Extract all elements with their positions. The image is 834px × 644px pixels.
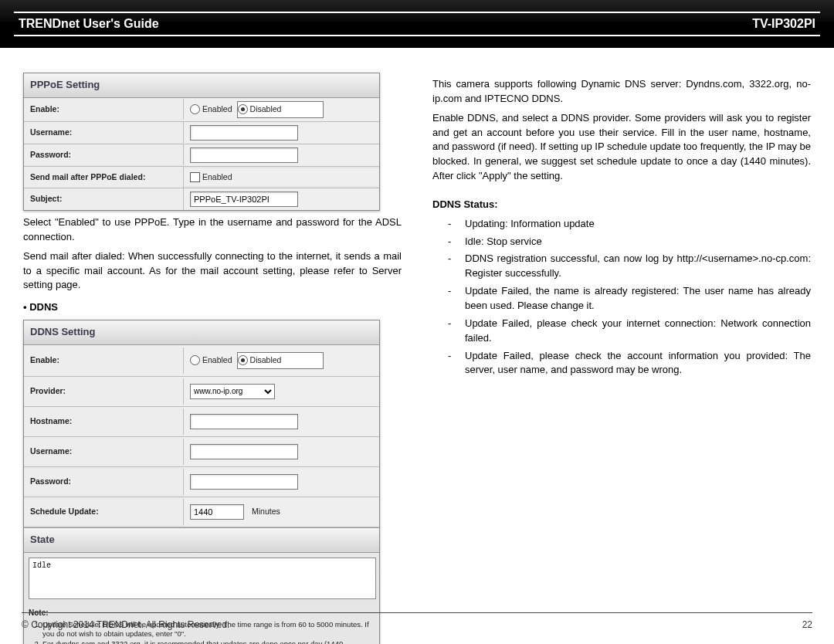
ddns-username-input[interactable] <box>190 444 298 459</box>
ddns-status-idle: Idle: Stop service <box>448 235 811 249</box>
ddns-enabled-radio-label: Enabled <box>202 354 232 366</box>
ddns-status-updating: Updating: Information update <box>448 217 811 232</box>
ddns-disabled-radio-label: Disabled <box>250 354 282 366</box>
pppoe-sendmail-checkbox[interactable]: Enabled <box>190 171 232 183</box>
pppoe-password-label: Password: <box>24 144 184 165</box>
ddns-instructions-text: Enable DDNS, and select a DDNS provider.… <box>432 111 811 184</box>
page-footer: © Copyright 2014 TRENDnet. All Rights Re… <box>22 612 812 630</box>
ddns-status-list: Updating: Information update Idle: Stop … <box>432 217 811 378</box>
ddns-username-label: Username: <box>24 439 184 464</box>
header-title-right: TV-IP302PI <box>752 17 815 31</box>
content-columns: PPPoE Setting Enable: Enabled Disabled U… <box>0 48 834 605</box>
ddns-schedule-input[interactable] <box>190 504 244 520</box>
pppoe-explain-1: Select "Enabled" to use PPPoE. Type in t… <box>23 215 402 245</box>
ddns-state-textarea[interactable]: Idle <box>29 558 376 599</box>
ddns-status-fail-account: Update Failed, please check the account … <box>448 349 811 378</box>
ddns-note-2: For dyndns.com and 3322.org, it is recom… <box>42 639 375 644</box>
ddns-state-title: State <box>24 527 379 553</box>
ddns-status-fail-name: Update Failed, the name is already regis… <box>448 284 811 314</box>
ddns-password-label: Password: <box>24 469 184 494</box>
ddns-status-heading: DDNS Status: <box>432 198 811 212</box>
pppoe-enable-label: Enable: <box>24 99 184 120</box>
footer-copyright: © Copyright 2014 TRENDnet. All Rights Re… <box>22 619 229 630</box>
pppoe-disabled-radio[interactable]: Disabled <box>237 101 324 118</box>
right-column: This camera supports following Dynamic D… <box>432 73 811 605</box>
ddns-enable-label: Enable: <box>24 347 184 373</box>
header-title-left: TRENDnet User's Guide <box>19 17 159 31</box>
pppoe-sendmail-label: Send mail after PPPoE dialed: <box>24 167 184 188</box>
pppoe-panel: PPPoE Setting Enable: Enabled Disabled U… <box>23 73 380 211</box>
ddns-enabled-radio[interactable]: Enabled <box>190 354 232 366</box>
footer-page-number: 22 <box>802 619 812 630</box>
pppoe-subject-label: Subject: <box>24 188 184 209</box>
pppoe-username-label: Username: <box>24 122 184 143</box>
pppoe-disabled-radio-label: Disabled <box>250 103 282 115</box>
ddns-heading: DDNS <box>23 300 402 315</box>
header-bar: TRENDnet User's Guide TV-IP302PI <box>14 12 820 36</box>
ddns-provider-label: Provider: <box>24 378 184 404</box>
ddns-password-input[interactable] <box>190 474 298 490</box>
pppoe-enabled-radio-label: Enabled <box>202 103 232 115</box>
pppoe-sendmail-checkbox-label: Enabled <box>202 171 232 183</box>
ddns-disabled-radio[interactable]: Disabled <box>237 352 324 369</box>
ddns-schedule-label: Schedule Update: <box>24 499 184 524</box>
ddns-status-fail-conn: Update Failed, please check your interne… <box>448 317 811 346</box>
pppoe-explain-2: Send mail after dialed: When successfull… <box>23 249 402 293</box>
ddns-support-text: This camera supports following Dynamic D… <box>432 77 811 107</box>
ddns-provider-select[interactable]: www.no-ip.org <box>190 384 275 399</box>
ddns-hostname-input[interactable] <box>190 414 298 429</box>
ddns-panel: DDNS Setting Enable: Enabled Disabled Pr… <box>23 320 380 644</box>
pppoe-username-input[interactable] <box>190 125 298 141</box>
pppoe-password-input[interactable] <box>190 147 298 163</box>
ddns-schedule-units: Minutes <box>252 506 280 517</box>
pppoe-panel-title: PPPoE Setting <box>24 73 379 98</box>
pppoe-enabled-radio[interactable]: Enabled <box>190 103 232 115</box>
left-column: PPPoE Setting Enable: Enabled Disabled U… <box>23 73 402 605</box>
ddns-panel-title: DDNS Setting <box>24 320 379 345</box>
ddns-status-success: DDNS registration successful, can now lo… <box>448 252 811 281</box>
ddns-hostname-label: Hostname: <box>24 408 184 434</box>
pppoe-subject-input[interactable] <box>190 192 298 207</box>
page-header: TRENDnet User's Guide TV-IP302PI <box>0 0 834 48</box>
